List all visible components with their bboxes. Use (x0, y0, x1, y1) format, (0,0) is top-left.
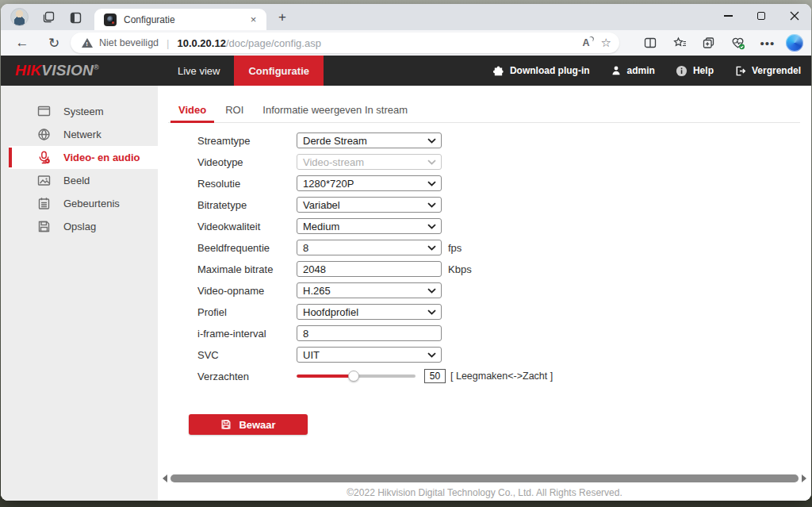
verzachten-slider[interactable] (297, 371, 416, 382)
copyright-text: ©2022 Hikvision Digital Technology Co., … (158, 487, 811, 498)
chevron-down-icon (427, 288, 436, 294)
form-row: Verzachten 50 [ Leegmaken<->Zacht ] (158, 368, 553, 384)
field-label: SVC (197, 349, 297, 361)
field-label: i-frame-interval (197, 328, 297, 340)
slider-thumb[interactable] (348, 371, 359, 382)
logout-icon (734, 65, 746, 77)
security-label[interactable]: Niet beveiligd (99, 37, 159, 48)
form-row: Streamtype Derde Stream (158, 133, 553, 148)
field-label: Beeldfrequentie (197, 242, 297, 254)
field-label: Profiel (197, 306, 297, 318)
favorites-icon[interactable] (668, 33, 691, 53)
scroll-right-arrow-icon[interactable] (802, 474, 806, 482)
chevron-down-icon (427, 245, 436, 251)
video-settings-form: Streamtype Derde Stream Videotype Video-… (158, 133, 553, 390)
chevron-down-icon (427, 138, 436, 144)
address-bar[interactable]: ! Niet beveiligd | 10.0.20.12/doc/page/c… (71, 33, 619, 53)
maximale-bitrate-input[interactable] (297, 261, 442, 277)
sidebar-item-gebeurtenis[interactable]: Gebeurtenis (9, 192, 158, 215)
sidebar-item-video-en-audio[interactable]: Video- en audio (9, 146, 158, 169)
workspaces-icon[interactable] (40, 10, 56, 25)
window-close-button[interactable] (778, 4, 811, 28)
videokwaliteit-select[interactable]: Medium (297, 218, 442, 234)
browser-tab-configuratie[interactable]: Configuratie × (94, 9, 266, 30)
tab-actions-icon[interactable] (67, 10, 83, 25)
tab-video[interactable]: Video (178, 97, 206, 122)
nav-live-view[interactable]: Live view (163, 56, 234, 86)
new-tab-button[interactable]: + (274, 10, 290, 25)
beeldfrequentie-select[interactable]: 8 (297, 240, 442, 255)
save-disk-icon (220, 419, 232, 430)
camera-favicon (104, 13, 117, 26)
hikvision-logo: HIKVISION® (15, 62, 99, 79)
form-row: Bitratetype Variabel (158, 197, 553, 213)
form-row: SVC UIT (158, 347, 553, 363)
network-globe-icon (37, 128, 51, 141)
profiel-select[interactable]: Hoofdprofiel (297, 304, 442, 320)
slider-fill (297, 374, 354, 378)
microphone-icon (37, 151, 51, 164)
form-row: Profiel Hoofdprofiel (158, 304, 553, 320)
field-label: Streamtype (197, 135, 297, 147)
save-button[interactable]: Bewaar (189, 414, 308, 435)
sidebar-item-netwerk[interactable]: Netwerk (9, 123, 158, 146)
storage-disk-icon (37, 220, 51, 233)
scroll-left-arrow-icon[interactable] (163, 474, 167, 482)
bitratetype-select[interactable]: Variabel (297, 197, 442, 213)
chevron-down-icon (427, 352, 436, 358)
not-secure-warning-icon: ! (82, 38, 93, 48)
videotype-select: Video-stream (297, 154, 442, 170)
main-panel: Video ROI Informatie weergeven In stream… (158, 86, 811, 501)
verzachten-value-box: 50 (424, 369, 446, 383)
copilot-icon[interactable] (786, 34, 803, 52)
kbps-unit-label: Kbps (448, 263, 472, 275)
system-window-icon (37, 105, 51, 118)
window-maximize-button[interactable] (745, 4, 778, 28)
admin-user[interactable]: admin (611, 65, 655, 76)
svc-select[interactable]: UIT (297, 347, 442, 363)
refresh-icon[interactable]: ↻ (44, 33, 64, 53)
page-tabs: Video ROI Informatie weergeven In stream (168, 97, 800, 123)
header-actions: Download plug-in admin Help Vergrendel (492, 56, 801, 86)
read-aloud-icon[interactable]: A (583, 37, 590, 48)
i-frame-interval-input[interactable] (297, 325, 442, 341)
sidebar-item-opslag[interactable]: Opslag (9, 215, 158, 238)
tab-title: Configuratie (124, 14, 247, 25)
image-icon (37, 174, 51, 187)
lock-logout-link[interactable]: Vergrendel (734, 65, 801, 77)
horizontal-scrollbar[interactable] (163, 474, 806, 483)
resolutie-select[interactable]: 1280*720P (297, 175, 442, 191)
streamtype-select[interactable]: Derde Stream (297, 133, 442, 148)
sidebar-item-beeld[interactable]: Beeld (9, 169, 158, 192)
window-minimize-button[interactable] (711, 4, 745, 28)
video-opname-select[interactable]: H.265 (297, 282, 442, 298)
favorite-star-icon[interactable]: ☆ (601, 36, 611, 50)
back-icon[interactable]: ← (12, 33, 33, 53)
url-text[interactable]: 10.0.20.12/doc/page/config.asp (177, 37, 320, 49)
collections-icon[interactable] (698, 33, 720, 53)
scrollbar-thumb[interactable] (170, 474, 799, 482)
split-screen-icon[interactable] (639, 33, 661, 53)
tab-roi[interactable]: ROI (225, 97, 243, 122)
more-menu-icon[interactable]: ••• (756, 33, 779, 53)
sidebar: Systeem Netwerk Video- en audio Beel (1, 86, 158, 501)
browser-window: Configuratie × + ← ↻ ! Niet beveiligd | … (1, 4, 811, 501)
tab-informatie-weergeven[interactable]: Informatie weergeven In stream (262, 97, 408, 122)
form-row: Beeldfrequentie 8 fps (158, 240, 553, 255)
browser-tab-strip: Configuratie × + (1, 4, 811, 30)
profile-avatar[interactable] (10, 8, 29, 26)
sidebar-item-systeem[interactable]: Systeem (9, 100, 158, 123)
form-row: Maximale bitrate Kbps (158, 261, 553, 277)
help-link[interactable]: Help (676, 65, 714, 77)
chevron-down-icon (427, 309, 436, 315)
download-plugin-link[interactable]: Download plug-in (492, 65, 590, 77)
browser-toolbar: ← ↻ ! Niet beveiligd | 10.0.20.12/doc/pa… (1, 30, 811, 56)
chevron-down-icon (427, 224, 436, 229)
nav-configuratie[interactable]: Configuratie (234, 56, 324, 86)
chevron-down-icon (427, 159, 436, 165)
config-page: Systeem Netwerk Video- en audio Beel (1, 86, 811, 501)
browser-essentials-icon[interactable] (727, 33, 749, 53)
form-row: i-frame-interval (158, 325, 553, 341)
minimize-icon (724, 15, 733, 16)
tab-close-icon[interactable]: × (247, 13, 260, 26)
